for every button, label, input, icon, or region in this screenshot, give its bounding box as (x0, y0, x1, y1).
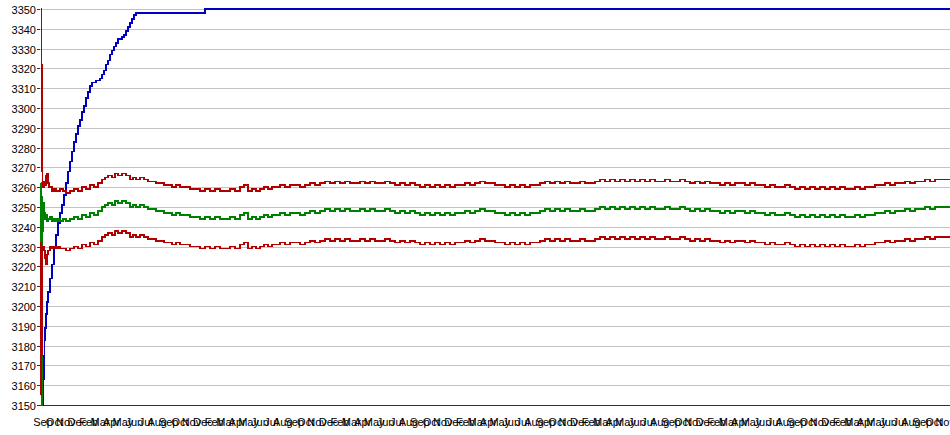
series-upper-bound-red (41, 9, 950, 193)
y-tick-label: 3190 (12, 321, 36, 333)
y-tick-label: 3200 (12, 301, 36, 313)
series-rating-green (41, 183, 950, 405)
y-tick-label: 3290 (12, 123, 36, 135)
y-tick-label: 3210 (12, 281, 36, 293)
y-tick-label: 3270 (12, 162, 36, 174)
y-tick-label: 3180 (12, 341, 36, 353)
y-tick-label: 3330 (12, 44, 36, 56)
y-tick-label: 3150 (12, 400, 36, 412)
line-chart-canvas: 3350334033303320331033003290328032703260… (0, 0, 950, 435)
y-tick-label: 3350 (12, 4, 36, 16)
y-tick-label: 3260 (12, 182, 36, 194)
y-tick-label: 3250 (12, 202, 36, 214)
y-tick-label: 3240 (12, 222, 36, 234)
x-tick-label: Nov (935, 416, 950, 428)
y-tick-label: 3280 (12, 143, 36, 155)
y-tick-label: 3230 (12, 242, 36, 254)
y-tick-label: 3320 (12, 63, 36, 75)
y-tick-label: 3160 (12, 380, 36, 392)
y-tick-label: 3220 (12, 261, 36, 273)
chart-root: 3350334033303320331033003290328032703260… (0, 0, 950, 435)
y-tick-label: 3300 (12, 103, 36, 115)
y-tick-label: 3310 (12, 83, 36, 95)
series-lower-bound-red (41, 231, 950, 395)
y-tick-label: 3170 (12, 360, 36, 372)
y-tick-label: 3340 (12, 24, 36, 36)
